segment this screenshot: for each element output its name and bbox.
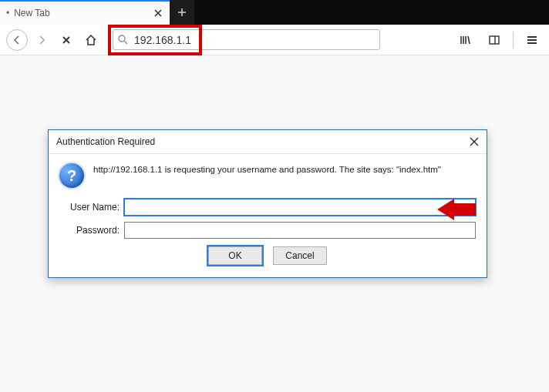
tab-title: New Tab (14, 8, 153, 18)
svg-point-0 (119, 35, 125, 42)
arrow-right-icon (36, 35, 47, 45)
forward-button[interactable] (31, 29, 52, 51)
browser-tab[interactable]: • New Tab (0, 0, 170, 25)
tab-close-button[interactable] (153, 8, 163, 18)
hamburger-icon (526, 34, 538, 46)
question-icon: ? (59, 163, 84, 188)
arrow-left-icon (12, 35, 22, 45)
library-button[interactable] (454, 29, 476, 51)
dialog-body: ? http://192.168.1.1 is requesting your … (49, 154, 487, 277)
page-content: Authentication Required ? http://192.168… (0, 55, 549, 392)
auth-dialog: Authentication Required ? http://192.168… (48, 129, 487, 278)
password-label: Password: (59, 225, 120, 236)
ok-button[interactable]: OK (208, 246, 262, 265)
url-input[interactable] (133, 33, 375, 47)
home-button[interactable] (80, 29, 102, 51)
close-icon (61, 35, 72, 45)
library-icon (459, 34, 471, 46)
dialog-message: http://192.168.1.1 is requesting your us… (93, 165, 441, 174)
cancel-button[interactable]: Cancel (273, 246, 327, 265)
toolbar-right (454, 29, 543, 51)
username-row: User Name: (59, 199, 476, 216)
close-icon (154, 9, 162, 17)
close-icon (470, 137, 479, 146)
toolbar (0, 25, 549, 55)
search-icon (118, 35, 128, 45)
dialog-close-button[interactable] (470, 137, 479, 146)
separator (513, 32, 514, 49)
svg-rect-1 (490, 36, 499, 44)
password-row: Password: (59, 222, 476, 239)
new-tab-button[interactable] (170, 0, 194, 25)
dialog-title: Authentication Required (56, 136, 155, 147)
urlbar[interactable] (113, 29, 380, 50)
home-icon (85, 34, 97, 46)
sidebar-button[interactable] (483, 29, 505, 51)
dialog-buttons: OK Cancel (59, 246, 476, 265)
loading-dot-icon: • (6, 8, 9, 18)
urlbar-container (113, 29, 380, 50)
back-button[interactable] (6, 29, 28, 51)
username-input[interactable] (124, 199, 476, 216)
sidebar-icon (488, 34, 500, 46)
username-label: User Name: (59, 202, 120, 213)
menu-button[interactable] (521, 29, 543, 51)
plus-icon (177, 8, 187, 17)
password-input[interactable] (124, 222, 476, 239)
dialog-titlebar: Authentication Required (49, 130, 487, 154)
tab-bar: • New Tab (0, 0, 549, 25)
stop-button[interactable] (56, 29, 77, 51)
